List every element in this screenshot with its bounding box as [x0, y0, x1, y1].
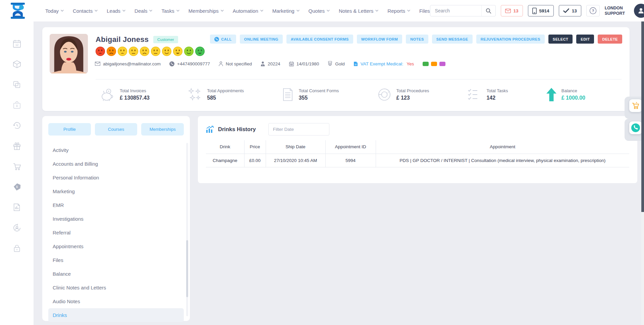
cell-ship-date: 27/10/2020 10:45 AM: [266, 154, 325, 167]
report-icon[interactable]: [12, 203, 21, 212]
button-label: AVAILABLE CONSENT FORMS: [291, 37, 349, 41]
page-scrollbar[interactable]: [641, 0, 644, 325]
menu-item-investigations[interactable]: Investigations: [48, 212, 184, 226]
select-button[interactable]: SELECT: [548, 35, 573, 44]
menu-item-referral[interactable]: Referral: [48, 226, 184, 239]
phone-text: +447490009777: [177, 61, 210, 66]
mood-face[interactable]: [106, 46, 116, 56]
menu-item-emr[interactable]: EMR: [48, 198, 184, 212]
mood-face[interactable]: [151, 46, 161, 56]
bag-download-icon[interactable]: [12, 100, 21, 110]
nav-reports[interactable]: Reports: [387, 8, 410, 14]
checklist-icon: [467, 88, 481, 101]
lock-icon[interactable]: [12, 243, 21, 253]
user-avatar[interactable]: [634, 4, 644, 18]
phone-float-button[interactable]: [629, 121, 642, 134]
nav-notes-letters[interactable]: Notes & Letters: [339, 8, 378, 14]
stat-total-procedures: Total Procedures £ 123: [377, 88, 429, 102]
gift-icon[interactable]: [12, 141, 21, 151]
nav-files[interactable]: Files: [419, 8, 430, 14]
cart-float-button[interactable]: [629, 99, 642, 112]
mood-scale: [95, 46, 205, 56]
nav-quotes[interactable]: Quotes: [309, 8, 330, 14]
phone-icon: [169, 61, 174, 66]
available-consent-forms-button[interactable]: AVAILABLE CONSENT FORMS: [286, 35, 353, 44]
tab-memberships[interactable]: Memberships: [141, 123, 184, 136]
history-icon[interactable]: [12, 121, 21, 130]
nav-memberships[interactable]: Memberships: [189, 8, 224, 14]
price-tag-icon[interactable]: $: [12, 182, 21, 192]
panel-scrollbar-thumb[interactable]: [186, 240, 188, 297]
nav-tasks[interactable]: Tasks: [161, 8, 179, 14]
mood-face[interactable]: [184, 46, 194, 56]
tab-courses[interactable]: Courses: [95, 123, 138, 136]
svg-text:?: ?: [592, 9, 594, 13]
table-row[interactable]: Champagne £0.00 27/10/2020 10:45 AM 5994…: [206, 154, 629, 167]
button-label: ONLINE MEETING: [244, 37, 278, 41]
sms-badge-button[interactable]: 5914: [528, 5, 554, 16]
drinks-history-title: Drinks History: [218, 126, 256, 132]
page-scrollbar-thumb[interactable]: [641, 0, 644, 212]
menu-item-clinic-notes-and-letters[interactable]: Clinic Notes and Letters: [48, 281, 184, 294]
mood-face[interactable]: [162, 46, 172, 56]
menu-item-accounts-and-billing[interactable]: Accounts and Billing: [48, 157, 184, 171]
menu-item-balance[interactable]: Balance: [48, 267, 184, 281]
nav-today[interactable]: Today: [45, 8, 64, 14]
send-message-button[interactable]: SEND MESSAGE: [432, 35, 473, 44]
panel-scrollbar[interactable]: [186, 143, 188, 316]
tag-chip-orange[interactable]: [431, 62, 437, 66]
customer-email[interactable]: abigailjones@mailinator.com: [95, 61, 161, 66]
calendar-icon[interactable]: 12: [12, 39, 21, 48]
help-button[interactable]: ?: [586, 5, 600, 16]
copy-icon[interactable]: [12, 80, 21, 89]
notes-button[interactable]: NOTES: [406, 35, 428, 44]
customer-phone[interactable]: +447490009777: [169, 61, 210, 66]
edit-button[interactable]: EDIT: [576, 35, 594, 44]
filter-date-input[interactable]: [268, 123, 329, 136]
workflow-form-button[interactable]: WORKFLOW FORM: [357, 35, 402, 44]
nav-label: Notes & Letters: [339, 8, 373, 14]
person-outline-icon: [219, 61, 223, 66]
menu-item-activity[interactable]: Activity: [48, 143, 184, 157]
tasks-badge-button[interactable]: 13: [559, 5, 581, 16]
customer-type-badge: Customer: [153, 36, 178, 43]
customer-dob: 14/01/1980: [289, 61, 319, 66]
menu-item-appointments[interactable]: Appointments: [48, 239, 184, 253]
nav-leads[interactable]: Leads: [107, 8, 125, 14]
delete-button[interactable]: DELETE: [598, 35, 622, 44]
search-input[interactable]: [430, 8, 481, 13]
account-sync-icon[interactable]: [12, 223, 21, 232]
mood-face[interactable]: [117, 46, 127, 56]
nav-contacts[interactable]: Contacts: [73, 8, 98, 14]
online-meeting-button[interactable]: ONLINE MEETING: [240, 35, 283, 44]
app-logo-icon[interactable]: [10, 3, 25, 19]
nav-deals[interactable]: Deals: [135, 8, 152, 14]
menu-item-files[interactable]: Files: [48, 253, 184, 267]
mobile-phone-icon: [532, 8, 537, 14]
mood-face[interactable]: [195, 46, 205, 56]
sparkle-stars-icon: [188, 88, 202, 101]
tag-chip-green[interactable]: [423, 62, 429, 66]
call-button[interactable]: CALL: [210, 35, 236, 44]
mood-face[interactable]: [128, 46, 139, 56]
nav-marketing[interactable]: Marketing: [272, 8, 300, 14]
menu-item-audio-notes[interactable]: Audio Notes: [48, 294, 184, 308]
mood-face[interactable]: [95, 46, 105, 56]
search-icon[interactable]: [481, 5, 495, 16]
menu-item-personal-information[interactable]: Personal Information: [48, 171, 184, 184]
cell-appointment-id: 5994: [325, 154, 376, 167]
package-icon[interactable]: [12, 59, 21, 69]
menu-item-drinks[interactable]: Drinks: [48, 308, 184, 322]
left-icon-rail: 12 $: [0, 21, 34, 325]
nav-automation[interactable]: Automation: [233, 8, 263, 14]
menu-item-marketing[interactable]: Marketing: [48, 184, 184, 198]
cart-icon[interactable]: [12, 162, 21, 171]
tab-profile[interactable]: Profile: [48, 123, 91, 136]
messages-badge-button[interactable]: 13: [501, 5, 523, 16]
mood-face[interactable]: [140, 46, 150, 56]
mood-face[interactable]: [173, 46, 183, 56]
stat-label: Total Consent Forms: [299, 88, 339, 93]
button-label: NOTES: [410, 37, 424, 41]
rejuvenation-procedures-button[interactable]: REJUVENATION PROCEDURES: [476, 35, 545, 44]
tag-chip-purple[interactable]: [439, 62, 445, 66]
